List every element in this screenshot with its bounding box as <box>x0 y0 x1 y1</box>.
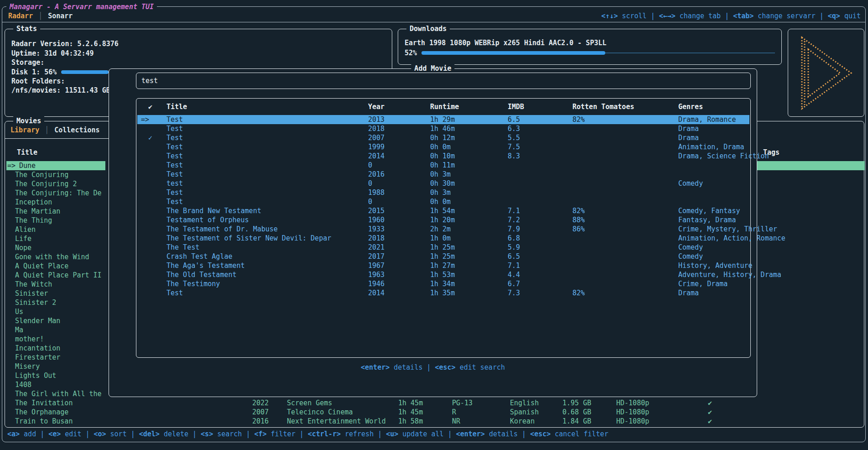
movie-title: The Conjuring 2 <box>15 179 77 188</box>
movie-size: 1.95 GB <box>562 398 591 408</box>
hint-label: cancel filter <box>555 430 608 438</box>
movie-size: 1.84 GB <box>562 417 591 426</box>
movie-runtime: 1h 58m <box>398 417 423 426</box>
movies-tab[interactable]: Collections <box>39 126 99 135</box>
movie-row[interactable]: The Orphanage 2007 Telecinco Cinema 1h 4… <box>5 408 864 417</box>
result-year: 2021 <box>368 243 385 252</box>
search-result-row[interactable]: Crash Test Aglae 2017 1h 25m 6.5 Comedy <box>137 252 749 261</box>
result-genres: Animation, Action, Romance <box>678 234 785 243</box>
movie-monitored-icon: ✔ <box>708 417 712 426</box>
search-result-row[interactable]: The Old Testament 1963 1h 53m 4.4 Advent… <box>137 270 749 279</box>
search-result-row[interactable]: The Testimony 1946 1h 34m 6.7 Crime, Dra… <box>137 279 749 288</box>
disk-gauge-fill <box>61 70 109 74</box>
movie-title: The Orphanage <box>15 408 68 417</box>
search-result-row[interactable]: The Brand New Testament 2015 1h 54m 7.1 … <box>137 206 749 215</box>
servarr-tabs: RadarrSonarr <box>8 11 73 21</box>
result-imdb: 4.4 <box>508 270 520 279</box>
result-year: 0 <box>368 197 372 206</box>
movie-runtime: 1h 45m <box>398 408 423 417</box>
hint-label: edit search <box>460 363 505 372</box>
hint-label: add <box>24 430 36 438</box>
add-movie-hints: <enter>details<esc>edit search <box>109 363 757 372</box>
result-imdb: 6.7 <box>508 279 520 288</box>
result-year: 1963 <box>368 270 385 279</box>
bottom-help-bar: <a>add<e>edit<o>sort<del>delete<s>search… <box>7 429 608 439</box>
result-imdb: 6.3 <box>508 124 520 133</box>
result-year: 0 <box>368 161 372 170</box>
hint-label: sort <box>110 430 127 438</box>
search-result-row[interactable]: ✓ Test 2007 0h 12m 5.5 Drama <box>137 133 749 142</box>
search-result-row[interactable]: Test 2014 0h 10m 8.3 Drama, Science Fict… <box>137 152 749 161</box>
result-imdb: 7.2 <box>508 215 520 225</box>
hint-key: <ctrl-r> <box>308 430 341 438</box>
search-result-row[interactable]: Test 2018 1h 46m 6.3 Drama <box>137 124 749 133</box>
result-year: 1960 <box>368 215 385 225</box>
movie-search-box[interactable] <box>136 73 751 89</box>
search-result-row[interactable]: Test 1988 0h 3m <box>137 188 749 197</box>
result-runtime: 1h 35m <box>430 288 455 298</box>
managarr-app: Managarr - A Servarr management TUI Rada… <box>0 0 868 450</box>
result-runtime: 1h 53m <box>430 270 455 279</box>
result-rotten-tomatoes: 86% <box>572 225 585 234</box>
movie-language: Spanish <box>510 408 539 417</box>
result-imdb: 7.5 <box>508 142 520 152</box>
search-result-row[interactable]: Test 2016 0h 3m <box>137 170 749 179</box>
keyboard-hint: <tab>change servarr <box>721 11 816 21</box>
movie-title: The Invitation <box>15 398 73 408</box>
result-year: 2016 <box>368 170 385 179</box>
hint-label: edit <box>65 430 81 438</box>
movie-quality: HD-1080p <box>616 398 649 408</box>
search-result-row[interactable]: The Testament of Sister New Devil: Depar… <box>137 234 749 243</box>
result-title: Test <box>166 133 183 142</box>
results-column-genres: Genres <box>678 102 703 111</box>
result-title: Testament of Orpheus <box>166 215 249 225</box>
servarr-tab[interactable]: Sonarr <box>33 11 73 21</box>
result-runtime: 0h 10m <box>430 152 455 161</box>
result-year: 1946 <box>368 279 385 288</box>
result-genres: Drama <box>678 288 699 298</box>
hint-label: details <box>394 363 422 372</box>
result-runtime: 1h 25m <box>430 243 455 252</box>
movie-title: Lights Out <box>15 371 56 380</box>
search-result-row[interactable]: The Aga's Testament 1967 1h 27m 7.1 Hist… <box>137 261 749 270</box>
result-rotten-tomatoes: 82% <box>572 115 585 124</box>
movie-search-input[interactable] <box>136 76 750 85</box>
result-imdb: 6.8 <box>508 234 520 243</box>
hint-label: search <box>217 430 242 438</box>
result-genres: Comedy <box>678 179 703 188</box>
result-title: Test <box>166 197 183 206</box>
movie-title: Sinister <box>15 289 48 298</box>
result-runtime: 2h 2m <box>430 225 451 234</box>
search-result-row[interactable]: Test 2014 1h 35m 7.3 82% Drama <box>137 288 749 298</box>
servarr-tab[interactable]: Radarr <box>8 11 33 21</box>
search-result-row[interactable]: Test 1999 0h 0m 7.5 Animation, Drama <box>137 142 749 152</box>
servarr-tabbar: RadarrSonarr <↑↓>scroll<←→>change tab<ta… <box>8 11 861 21</box>
result-title: Crash Test Aglae <box>166 252 233 261</box>
movie-title: Dune <box>19 161 36 170</box>
result-title: Test <box>166 124 183 133</box>
search-result-row[interactable]: The Test 2021 1h 25m 5.9 Comedy <box>137 243 749 252</box>
result-year: 1933 <box>368 225 385 234</box>
movie-row[interactable]: The Invitation 2022 Screen Gems 1h 45m P… <box>5 398 864 408</box>
search-result-row[interactable]: The Testament of Dr. Mabuse 1933 2h 2m 7… <box>137 225 749 234</box>
result-rotten-tomatoes: 88% <box>572 215 585 225</box>
movies-tab[interactable]: Library <box>10 126 39 135</box>
search-result-row[interactable]: test 0 0h 30m Comedy <box>137 179 749 188</box>
result-genres: Drama <box>678 124 699 133</box>
result-runtime: 1h 46m <box>430 124 455 133</box>
search-result-row[interactable]: Test 0 0h 11m <box>137 161 749 170</box>
keyboard-hint: <enter>details <box>361 363 422 372</box>
search-result-row[interactable]: Testament of Orpheus 1960 1h 20m 7.2 88%… <box>137 215 749 225</box>
movie-title: Sinister 2 <box>15 298 56 307</box>
movie-title: The Girl with All the <box>15 389 102 398</box>
movie-title: The Martian <box>15 207 60 216</box>
hint-key: <q> <box>828 12 840 20</box>
result-runtime: 0h 0m <box>430 197 451 206</box>
movie-rating: R <box>452 408 456 417</box>
result-year: 2014 <box>368 152 385 161</box>
search-result-row[interactable]: => Test 2013 1h 29m 6.5 82% Drama, Roman… <box>137 115 749 124</box>
search-result-row[interactable]: Test 0 0h 0m <box>137 197 749 206</box>
result-title: The Testament of Dr. Mabuse <box>166 225 278 234</box>
movie-row[interactable]: Train to Busan 2016 Next Entertainment W… <box>5 417 864 426</box>
result-in-library-check: ✓ <box>148 133 152 142</box>
